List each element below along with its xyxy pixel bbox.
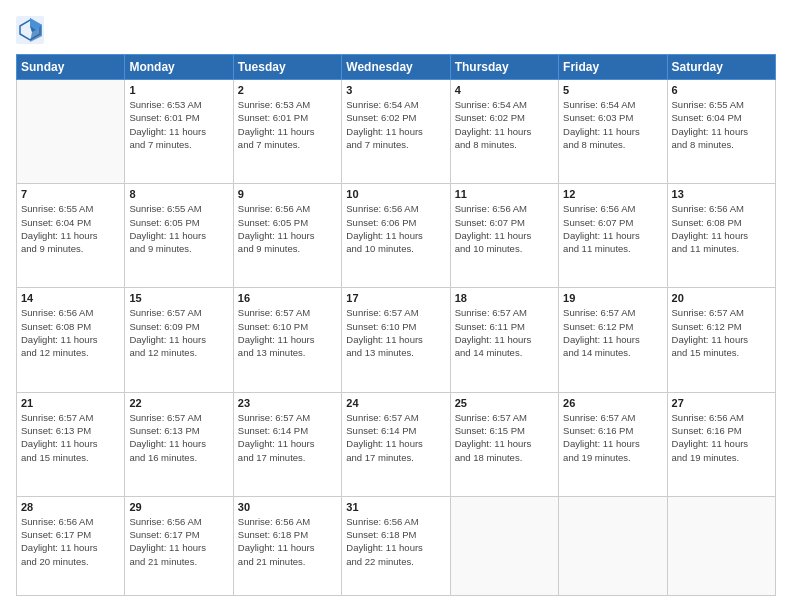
- day-info: Sunrise: 6:57 AM Sunset: 6:14 PM Dayligh…: [346, 411, 445, 464]
- calendar-cell: 3Sunrise: 6:54 AM Sunset: 6:02 PM Daylig…: [342, 80, 450, 184]
- calendar-cell: 10Sunrise: 6:56 AM Sunset: 6:06 PM Dayli…: [342, 184, 450, 288]
- calendar-cell: [559, 496, 667, 595]
- weekday-header: Sunday: [17, 55, 125, 80]
- day-number: 30: [238, 501, 337, 513]
- calendar-cell: 2Sunrise: 6:53 AM Sunset: 6:01 PM Daylig…: [233, 80, 341, 184]
- calendar-cell: 16Sunrise: 6:57 AM Sunset: 6:10 PM Dayli…: [233, 288, 341, 392]
- day-number: 7: [21, 188, 120, 200]
- calendar-cell: 6Sunrise: 6:55 AM Sunset: 6:04 PM Daylig…: [667, 80, 775, 184]
- calendar-cell: 4Sunrise: 6:54 AM Sunset: 6:02 PM Daylig…: [450, 80, 558, 184]
- day-info: Sunrise: 6:53 AM Sunset: 6:01 PM Dayligh…: [238, 98, 337, 151]
- logo-icon: [16, 16, 44, 44]
- day-number: 28: [21, 501, 120, 513]
- calendar-cell: 20Sunrise: 6:57 AM Sunset: 6:12 PM Dayli…: [667, 288, 775, 392]
- calendar-cell: 22Sunrise: 6:57 AM Sunset: 6:13 PM Dayli…: [125, 392, 233, 496]
- day-number: 5: [563, 84, 662, 96]
- day-info: Sunrise: 6:57 AM Sunset: 6:10 PM Dayligh…: [346, 306, 445, 359]
- day-number: 29: [129, 501, 228, 513]
- day-info: Sunrise: 6:56 AM Sunset: 6:08 PM Dayligh…: [672, 202, 771, 255]
- day-number: 9: [238, 188, 337, 200]
- day-info: Sunrise: 6:56 AM Sunset: 6:16 PM Dayligh…: [672, 411, 771, 464]
- day-info: Sunrise: 6:57 AM Sunset: 6:14 PM Dayligh…: [238, 411, 337, 464]
- calendar-cell: 11Sunrise: 6:56 AM Sunset: 6:07 PM Dayli…: [450, 184, 558, 288]
- calendar-cell: [450, 496, 558, 595]
- weekday-header: Thursday: [450, 55, 558, 80]
- calendar-cell: 23Sunrise: 6:57 AM Sunset: 6:14 PM Dayli…: [233, 392, 341, 496]
- calendar-cell: 29Sunrise: 6:56 AM Sunset: 6:17 PM Dayli…: [125, 496, 233, 595]
- calendar-cell: 5Sunrise: 6:54 AM Sunset: 6:03 PM Daylig…: [559, 80, 667, 184]
- calendar-cell: [667, 496, 775, 595]
- day-number: 6: [672, 84, 771, 96]
- logo: [16, 16, 48, 44]
- calendar-cell: 9Sunrise: 6:56 AM Sunset: 6:05 PM Daylig…: [233, 184, 341, 288]
- day-number: 25: [455, 397, 554, 409]
- day-number: 1: [129, 84, 228, 96]
- day-number: 12: [563, 188, 662, 200]
- calendar-cell: 14Sunrise: 6:56 AM Sunset: 6:08 PM Dayli…: [17, 288, 125, 392]
- day-number: 19: [563, 292, 662, 304]
- calendar-table: SundayMondayTuesdayWednesdayThursdayFrid…: [16, 54, 776, 596]
- day-info: Sunrise: 6:54 AM Sunset: 6:03 PM Dayligh…: [563, 98, 662, 151]
- calendar-cell: 8Sunrise: 6:55 AM Sunset: 6:05 PM Daylig…: [125, 184, 233, 288]
- day-number: 31: [346, 501, 445, 513]
- day-info: Sunrise: 6:57 AM Sunset: 6:10 PM Dayligh…: [238, 306, 337, 359]
- day-info: Sunrise: 6:57 AM Sunset: 6:16 PM Dayligh…: [563, 411, 662, 464]
- calendar-cell: 7Sunrise: 6:55 AM Sunset: 6:04 PM Daylig…: [17, 184, 125, 288]
- day-number: 17: [346, 292, 445, 304]
- day-number: 16: [238, 292, 337, 304]
- weekday-header: Friday: [559, 55, 667, 80]
- calendar-cell: 19Sunrise: 6:57 AM Sunset: 6:12 PM Dayli…: [559, 288, 667, 392]
- calendar-cell: 25Sunrise: 6:57 AM Sunset: 6:15 PM Dayli…: [450, 392, 558, 496]
- day-number: 14: [21, 292, 120, 304]
- header: [16, 16, 776, 44]
- day-number: 21: [21, 397, 120, 409]
- day-number: 13: [672, 188, 771, 200]
- day-info: Sunrise: 6:56 AM Sunset: 6:07 PM Dayligh…: [455, 202, 554, 255]
- day-info: Sunrise: 6:55 AM Sunset: 6:04 PM Dayligh…: [21, 202, 120, 255]
- day-number: 3: [346, 84, 445, 96]
- day-info: Sunrise: 6:57 AM Sunset: 6:13 PM Dayligh…: [21, 411, 120, 464]
- day-info: Sunrise: 6:54 AM Sunset: 6:02 PM Dayligh…: [346, 98, 445, 151]
- day-info: Sunrise: 6:56 AM Sunset: 6:08 PM Dayligh…: [21, 306, 120, 359]
- calendar-cell: [17, 80, 125, 184]
- day-info: Sunrise: 6:56 AM Sunset: 6:17 PM Dayligh…: [21, 515, 120, 568]
- day-info: Sunrise: 6:56 AM Sunset: 6:18 PM Dayligh…: [238, 515, 337, 568]
- day-info: Sunrise: 6:56 AM Sunset: 6:05 PM Dayligh…: [238, 202, 337, 255]
- calendar-cell: 31Sunrise: 6:56 AM Sunset: 6:18 PM Dayli…: [342, 496, 450, 595]
- day-number: 8: [129, 188, 228, 200]
- day-number: 4: [455, 84, 554, 96]
- calendar-cell: 24Sunrise: 6:57 AM Sunset: 6:14 PM Dayli…: [342, 392, 450, 496]
- day-number: 18: [455, 292, 554, 304]
- day-info: Sunrise: 6:57 AM Sunset: 6:15 PM Dayligh…: [455, 411, 554, 464]
- day-info: Sunrise: 6:54 AM Sunset: 6:02 PM Dayligh…: [455, 98, 554, 151]
- day-info: Sunrise: 6:57 AM Sunset: 6:11 PM Dayligh…: [455, 306, 554, 359]
- day-info: Sunrise: 6:57 AM Sunset: 6:12 PM Dayligh…: [672, 306, 771, 359]
- calendar-cell: 17Sunrise: 6:57 AM Sunset: 6:10 PM Dayli…: [342, 288, 450, 392]
- calendar-cell: 26Sunrise: 6:57 AM Sunset: 6:16 PM Dayli…: [559, 392, 667, 496]
- day-number: 23: [238, 397, 337, 409]
- weekday-header: Monday: [125, 55, 233, 80]
- day-number: 20: [672, 292, 771, 304]
- calendar-cell: 21Sunrise: 6:57 AM Sunset: 6:13 PM Dayli…: [17, 392, 125, 496]
- day-info: Sunrise: 6:56 AM Sunset: 6:17 PM Dayligh…: [129, 515, 228, 568]
- day-info: Sunrise: 6:56 AM Sunset: 6:06 PM Dayligh…: [346, 202, 445, 255]
- calendar-cell: 28Sunrise: 6:56 AM Sunset: 6:17 PM Dayli…: [17, 496, 125, 595]
- weekday-header: Tuesday: [233, 55, 341, 80]
- weekday-header: Wednesday: [342, 55, 450, 80]
- weekday-header: Saturday: [667, 55, 775, 80]
- day-info: Sunrise: 6:55 AM Sunset: 6:04 PM Dayligh…: [672, 98, 771, 151]
- day-number: 24: [346, 397, 445, 409]
- day-info: Sunrise: 6:56 AM Sunset: 6:07 PM Dayligh…: [563, 202, 662, 255]
- calendar-cell: 12Sunrise: 6:56 AM Sunset: 6:07 PM Dayli…: [559, 184, 667, 288]
- day-number: 15: [129, 292, 228, 304]
- day-number: 26: [563, 397, 662, 409]
- calendar-cell: 13Sunrise: 6:56 AM Sunset: 6:08 PM Dayli…: [667, 184, 775, 288]
- calendar-cell: 30Sunrise: 6:56 AM Sunset: 6:18 PM Dayli…: [233, 496, 341, 595]
- calendar-cell: 18Sunrise: 6:57 AM Sunset: 6:11 PM Dayli…: [450, 288, 558, 392]
- day-number: 10: [346, 188, 445, 200]
- calendar-cell: 27Sunrise: 6:56 AM Sunset: 6:16 PM Dayli…: [667, 392, 775, 496]
- calendar-cell: 1Sunrise: 6:53 AM Sunset: 6:01 PM Daylig…: [125, 80, 233, 184]
- day-info: Sunrise: 6:56 AM Sunset: 6:18 PM Dayligh…: [346, 515, 445, 568]
- day-info: Sunrise: 6:53 AM Sunset: 6:01 PM Dayligh…: [129, 98, 228, 151]
- day-number: 27: [672, 397, 771, 409]
